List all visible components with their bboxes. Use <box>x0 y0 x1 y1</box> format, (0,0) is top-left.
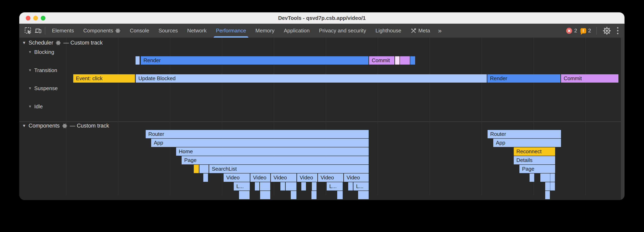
flame-bar-video[interactable]: Video <box>224 173 250 182</box>
flame-bar[interactable] <box>260 182 270 191</box>
zoom-button[interactable] <box>41 16 46 20</box>
scheduler-event-render[interactable]: Render <box>141 56 368 65</box>
flame-bar[interactable] <box>286 182 296 191</box>
devtools-toolbar: ElementsComponentsConsoleSourcesNetworkP… <box>19 24 624 38</box>
flame-bar-app[interactable]: App <box>493 139 561 147</box>
tab-application[interactable]: Application <box>279 24 314 38</box>
tab-meta[interactable]: Meta <box>406 24 435 38</box>
settings-button[interactable] <box>602 25 612 36</box>
flame-bar[interactable] <box>255 182 259 191</box>
tab-label: Meta <box>418 27 430 34</box>
flame-bar[interactable] <box>550 173 555 182</box>
collapse-triangle-icon[interactable]: ▼ <box>28 50 32 54</box>
tab-label: Memory <box>256 27 274 34</box>
flame-bar[interactable] <box>260 191 270 199</box>
tools-icon <box>411 28 416 34</box>
flame-bar[interactable] <box>200 165 208 173</box>
flame-bar[interactable] <box>301 182 306 191</box>
performance-panel: ▼ Scheduler — Custom track ▼ Blocking ▼ … <box>19 38 624 200</box>
flame-bar[interactable] <box>291 191 296 199</box>
flame-bar-router[interactable]: Router <box>488 130 561 138</box>
collapse-triangle-icon[interactable]: ▼ <box>28 86 32 91</box>
flame-bar-page[interactable]: Page <box>182 156 369 164</box>
flame-bar[interactable] <box>545 182 550 191</box>
scheduler-event[interactable] <box>136 56 140 65</box>
flame-bar-video[interactable]: Video <box>250 173 270 182</box>
tab-elements[interactable]: Elements <box>47 24 78 38</box>
console-error-icon[interactable] <box>566 28 572 34</box>
scheduler-event[interactable] <box>410 56 415 65</box>
time-gridline <box>430 38 430 195</box>
flame-bar-details[interactable]: Details <box>514 156 555 164</box>
scheduler-event-commit[interactable]: Commit <box>561 74 618 83</box>
flame-bar-searchlist[interactable]: SearchList <box>209 165 369 173</box>
flame-bar-l[interactable]: L... <box>327 182 343 191</box>
scheduler-event-commit[interactable]: Commit <box>369 56 394 65</box>
collapse-triangle-icon[interactable]: ▼ <box>22 123 26 128</box>
tab-components[interactable]: Components <box>78 24 125 38</box>
flame-bar-video[interactable]: Video <box>318 173 343 182</box>
collapse-triangle-icon[interactable]: ▼ <box>28 68 32 73</box>
warning-count[interactable]: 2 <box>588 27 591 34</box>
flame-bar-l[interactable]: L... <box>234 182 250 191</box>
flame-bar[interactable] <box>337 191 343 199</box>
tab-privacy-and-security[interactable]: Privacy and security <box>314 24 371 38</box>
scheduler-event-update-blocked[interactable]: Update Blocked <box>136 74 487 83</box>
flame-bar-l[interactable]: L... <box>354 182 369 191</box>
lane-suspense[interactable]: ▼ Suspense <box>28 85 58 92</box>
close-button[interactable] <box>26 16 30 20</box>
flame-bar-page[interactable]: Page <box>520 165 555 173</box>
flame-bar[interactable] <box>540 173 550 182</box>
more-options-button[interactable] <box>615 27 620 34</box>
flame-bar[interactable] <box>203 173 208 182</box>
tab-performance[interactable]: Performance <box>211 24 251 38</box>
scheduler-event[interactable] <box>395 56 400 65</box>
scheduler-event-event-click[interactable]: Event: click <box>73 74 135 83</box>
tab-memory[interactable]: Memory <box>251 24 279 38</box>
flame-bar-home[interactable]: Home <box>176 147 369 156</box>
flame-bar[interactable] <box>530 173 534 182</box>
vertical-scrollbar[interactable] <box>621 38 624 200</box>
scheduler-event-render[interactable]: Render <box>487 74 560 83</box>
flame-bar[interactable] <box>348 182 353 191</box>
console-warning-icon[interactable]: ! <box>580 28 586 33</box>
collapse-triangle-icon[interactable]: ▼ <box>22 40 26 45</box>
flame-bar[interactable] <box>545 191 550 199</box>
flame-bar[interactable] <box>358 191 369 199</box>
tab-label: Application <box>284 27 310 34</box>
flame-bar-video[interactable]: Video <box>271 173 296 182</box>
inspect-element-button[interactable] <box>23 25 33 36</box>
more-tabs-button[interactable]: » <box>435 27 445 34</box>
flame-bar[interactable] <box>280 182 285 191</box>
lane-transition[interactable]: ▼ Transition <box>28 67 57 74</box>
flame-bar[interactable] <box>239 191 250 199</box>
time-gridline <box>482 38 482 195</box>
flame-bar-video[interactable]: Video <box>297 173 317 182</box>
flame-bar[interactable] <box>194 165 199 173</box>
tab-sources[interactable]: Sources <box>154 24 182 38</box>
active-tab-underline <box>214 36 248 38</box>
components-track-header[interactable]: ▼ Components — Custom track <box>22 123 109 129</box>
react-atom-icon <box>62 123 67 128</box>
tab-label: Network <box>187 27 206 34</box>
flame-bar-app[interactable]: App <box>151 139 369 147</box>
flame-bar-router[interactable]: Router <box>146 130 369 138</box>
tab-console[interactable]: Console <box>125 24 154 38</box>
flame-bar[interactable] <box>312 191 316 199</box>
scheduler-track-header[interactable]: ▼ Scheduler — Custom track <box>22 40 103 46</box>
tab-lighthouse[interactable]: Lighthouse <box>371 24 406 38</box>
flame-bar[interactable] <box>550 182 555 191</box>
error-count[interactable]: 2 <box>574 27 577 34</box>
scheduler-event[interactable] <box>400 56 410 65</box>
flame-bar[interactable] <box>312 182 316 191</box>
device-toolbar-button[interactable] <box>33 25 43 36</box>
flame-bar-video[interactable]: Video <box>344 173 369 182</box>
flame-bar-reconnect[interactable]: Reconnect <box>514 147 555 156</box>
tab-network[interactable]: Network <box>182 24 211 38</box>
collapse-triangle-icon[interactable]: ▼ <box>28 105 32 109</box>
time-gridline <box>66 38 66 195</box>
tab-label: Components <box>83 27 113 34</box>
lane-blocking[interactable]: ▼ Blocking <box>28 49 54 55</box>
lane-idle[interactable]: ▼ Idle <box>28 104 43 110</box>
minimize-button[interactable] <box>33 16 38 20</box>
